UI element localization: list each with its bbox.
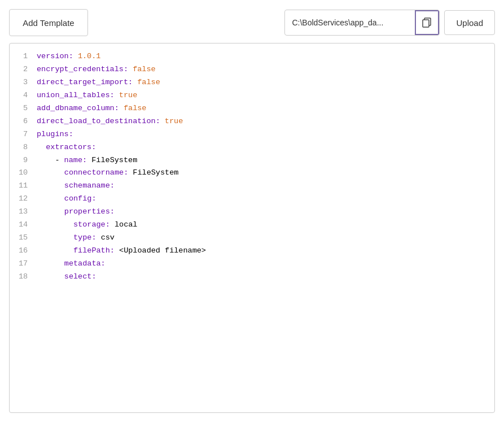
code-line: 12 config:	[19, 193, 485, 206]
line-number: 13	[19, 206, 28, 219]
svg-rect-1	[423, 20, 429, 27]
code-line: 10 connectorname: FileSystem	[19, 167, 485, 180]
code-line: 1 version: 1.0.1	[19, 50, 485, 63]
line-content: select:	[37, 271, 485, 284]
line-content: schemaname:	[37, 180, 485, 193]
add-template-button[interactable]: Add Template	[9, 9, 88, 36]
code-line: 14 storage: local	[19, 219, 485, 232]
code-line: 2 encrypt_credentials: false	[19, 63, 485, 76]
line-number: 3	[19, 76, 28, 89]
line-content: encrypt_credentials: false	[37, 63, 485, 76]
code-line: 8 extractors:	[19, 141, 485, 154]
line-number: 16	[19, 245, 28, 258]
line-content: config:	[37, 193, 485, 206]
code-line: 13 properties:	[19, 206, 485, 219]
line-number: 8	[19, 141, 28, 154]
line-number: 2	[19, 63, 28, 76]
code-panel: 1 version: 1.0.1 2 encrypt_credentials: …	[9, 43, 495, 413]
line-number: 9	[19, 154, 28, 167]
copy-path-button[interactable]	[415, 10, 439, 35]
line-content: connectorname: FileSystem	[37, 167, 485, 180]
code-line: 6 direct_load_to_destination: true	[19, 115, 485, 128]
line-content: direct_target_import: false	[37, 76, 485, 89]
line-number: 6	[19, 115, 28, 128]
code-line: 3 direct_target_import: false	[19, 76, 485, 89]
line-content: filePath: <Uploaded filename>	[37, 245, 485, 258]
code-line: 5 add_dbname_column: false	[19, 102, 485, 115]
line-content: storage: local	[37, 219, 485, 232]
copy-icon	[422, 18, 432, 28]
code-line: 11 schemaname:	[19, 180, 485, 193]
code-line: 9 - name: FileSystem	[19, 154, 485, 167]
line-content: version: 1.0.1	[37, 50, 485, 63]
line-content: union_all_tables: true	[37, 89, 485, 102]
code-line: 18 select:	[19, 271, 485, 284]
line-content: type: csv	[37, 232, 485, 245]
line-number: 15	[19, 232, 28, 245]
upload-button[interactable]: Upload	[444, 10, 495, 35]
path-container	[284, 10, 440, 36]
line-number: 10	[19, 167, 28, 180]
line-content: plugins:	[37, 128, 485, 141]
line-content: properties:	[37, 206, 485, 219]
line-number: 4	[19, 89, 28, 102]
line-number: 14	[19, 219, 28, 232]
code-line: 17 metadata:	[19, 258, 485, 271]
line-content: add_dbname_column: false	[37, 102, 485, 115]
line-number: 1	[19, 50, 28, 63]
code-line: 15 type: csv	[19, 232, 485, 245]
line-number: 5	[19, 102, 28, 115]
line-content: - name: FileSystem	[37, 154, 485, 167]
line-number: 17	[19, 258, 28, 271]
line-number: 7	[19, 128, 28, 141]
line-content: metadata:	[37, 258, 485, 271]
right-toolbar: Upload	[284, 10, 495, 36]
toolbar: Add Template Upload	[9, 9, 495, 36]
code-line: 16 filePath: <Uploaded filename>	[19, 245, 485, 258]
line-content: extractors:	[37, 141, 485, 154]
line-number: 12	[19, 193, 28, 206]
path-input[interactable]	[285, 12, 415, 33]
main-container: Add Template Upload 1 version: 1.0.1 2	[0, 0, 504, 422]
line-content: direct_load_to_destination: true	[37, 115, 485, 128]
code-line: 7 plugins:	[19, 128, 485, 141]
line-number: 11	[19, 180, 28, 193]
code-line: 4 union_all_tables: true	[19, 89, 485, 102]
line-number: 18	[19, 271, 28, 284]
